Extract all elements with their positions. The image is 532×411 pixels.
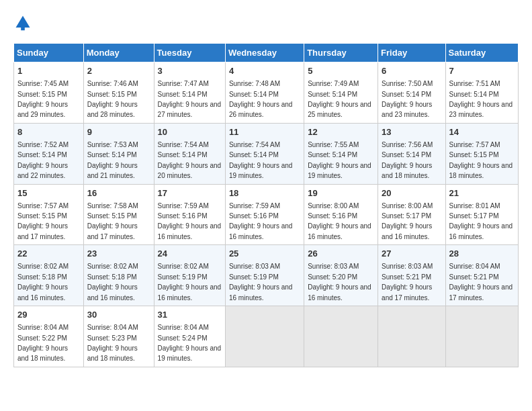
day-number: 30 <box>87 309 150 321</box>
day-info: Sunrise: 7:57 AMSunset: 5:15 PMDaylight:… <box>449 141 513 179</box>
calendar-cell: 29 Sunrise: 8:04 AMSunset: 5:22 PMDaylig… <box>14 306 84 367</box>
calendar-cell <box>225 306 304 367</box>
day-number: 17 <box>158 187 222 199</box>
day-number: 15 <box>17 187 80 199</box>
day-info: Sunrise: 8:02 AMSunset: 5:18 PMDaylight:… <box>17 263 69 301</box>
calendar-cell: 8 Sunrise: 7:52 AMSunset: 5:14 PMDayligh… <box>14 123 84 184</box>
day-info: Sunrise: 7:52 AMSunset: 5:14 PMDaylight:… <box>17 141 69 179</box>
day-number: 12 <box>308 126 374 138</box>
calendar-cell: 24 Sunrise: 8:02 AMSunset: 5:19 PMDaylig… <box>154 245 225 306</box>
day-number: 18 <box>229 187 300 199</box>
day-info: Sunrise: 7:59 AMSunset: 5:16 PMDaylight:… <box>229 202 293 240</box>
day-number: 4 <box>229 65 300 77</box>
calendar-cell: 10 Sunrise: 7:54 AMSunset: 5:14 PMDaylig… <box>154 123 225 184</box>
calendar-cell: 25 Sunrise: 8:03 AMSunset: 5:19 PMDaylig… <box>225 245 304 306</box>
day-info: Sunrise: 8:04 AMSunset: 5:21 PMDaylight:… <box>449 263 513 301</box>
day-number: 8 <box>17 126 80 138</box>
column-header-sunday: Sunday <box>14 44 84 62</box>
day-number: 10 <box>158 126 222 138</box>
calendar-cell: 9 Sunrise: 7:53 AMSunset: 5:14 PMDayligh… <box>83 123 154 184</box>
day-number: 1 <box>17 65 80 77</box>
day-number: 26 <box>308 248 374 260</box>
day-number: 27 <box>382 248 441 260</box>
day-number: 14 <box>449 126 515 138</box>
day-info: Sunrise: 7:47 AMSunset: 5:14 PMDaylight:… <box>158 80 222 118</box>
calendar-cell: 7 Sunrise: 7:51 AMSunset: 5:14 PMDayligh… <box>445 62 518 124</box>
calendar-cell: 28 Sunrise: 8:04 AMSunset: 5:21 PMDaylig… <box>445 245 518 306</box>
calendar-cell: 31 Sunrise: 8:04 AMSunset: 5:24 PMDaylig… <box>154 306 225 367</box>
day-number: 25 <box>229 248 300 260</box>
calendar-cell: 18 Sunrise: 7:59 AMSunset: 5:16 PMDaylig… <box>225 184 304 245</box>
day-info: Sunrise: 7:59 AMSunset: 5:16 PMDaylight:… <box>158 202 222 240</box>
column-header-saturday: Saturday <box>445 44 518 62</box>
day-number: 24 <box>158 248 222 260</box>
calendar-cell: 5 Sunrise: 7:49 AMSunset: 5:14 PMDayligh… <box>304 62 378 124</box>
calendar-cell: 27 Sunrise: 8:03 AMSunset: 5:21 PMDaylig… <box>378 245 445 306</box>
day-number: 6 <box>382 65 441 77</box>
day-info: Sunrise: 7:46 AMSunset: 5:15 PMDaylight:… <box>87 80 138 118</box>
header <box>13 13 519 32</box>
calendar-cell: 3 Sunrise: 7:47 AMSunset: 5:14 PMDayligh… <box>154 62 225 124</box>
day-info: Sunrise: 7:58 AMSunset: 5:15 PMDaylight:… <box>87 202 138 240</box>
day-number: 23 <box>87 248 150 260</box>
column-header-thursday: Thursday <box>304 44 378 62</box>
calendar-cell <box>378 306 445 367</box>
calendar-cell: 15 Sunrise: 7:57 AMSunset: 5:15 PMDaylig… <box>14 184 84 245</box>
calendar-cell: 26 Sunrise: 8:03 AMSunset: 5:20 PMDaylig… <box>304 245 378 306</box>
calendar-cell <box>304 306 378 367</box>
calendar-cell: 16 Sunrise: 7:58 AMSunset: 5:15 PMDaylig… <box>83 184 154 245</box>
calendar-cell: 19 Sunrise: 8:00 AMSunset: 5:16 PMDaylig… <box>304 184 378 245</box>
day-info: Sunrise: 7:45 AMSunset: 5:15 PMDaylight:… <box>17 80 69 118</box>
day-number: 7 <box>449 65 515 77</box>
day-info: Sunrise: 8:04 AMSunset: 5:23 PMDaylight:… <box>87 324 138 362</box>
day-info: Sunrise: 7:55 AMSunset: 5:14 PMDaylight:… <box>308 141 371 179</box>
calendar-cell: 30 Sunrise: 8:04 AMSunset: 5:23 PMDaylig… <box>83 306 154 367</box>
week-row-1: 1 Sunrise: 7:45 AMSunset: 5:15 PMDayligh… <box>14 62 519 124</box>
day-info: Sunrise: 7:53 AMSunset: 5:14 PMDaylight:… <box>87 141 138 179</box>
day-number: 21 <box>449 187 515 199</box>
calendar-cell: 1 Sunrise: 7:45 AMSunset: 5:15 PMDayligh… <box>14 62 84 124</box>
week-row-5: 29 Sunrise: 8:04 AMSunset: 5:22 PMDaylig… <box>14 306 519 367</box>
day-info: Sunrise: 8:03 AMSunset: 5:19 PMDaylight:… <box>229 263 293 301</box>
page-container: SundayMondayTuesdayWednesdayThursdayFrid… <box>13 13 519 367</box>
day-number: 3 <box>158 65 222 77</box>
calendar-cell: 17 Sunrise: 7:59 AMSunset: 5:16 PMDaylig… <box>154 184 225 245</box>
day-number: 20 <box>382 187 441 199</box>
day-number: 19 <box>308 187 374 199</box>
day-info: Sunrise: 8:01 AMSunset: 5:17 PMDaylight:… <box>449 202 513 240</box>
day-info: Sunrise: 8:00 AMSunset: 5:16 PMDaylight:… <box>308 202 371 240</box>
week-row-3: 15 Sunrise: 7:57 AMSunset: 5:15 PMDaylig… <box>14 184 519 245</box>
calendar-cell: 13 Sunrise: 7:56 AMSunset: 5:14 PMDaylig… <box>378 123 445 184</box>
day-info: Sunrise: 8:04 AMSunset: 5:24 PMDaylight:… <box>158 324 222 362</box>
calendar-cell: 6 Sunrise: 7:50 AMSunset: 5:14 PMDayligh… <box>378 62 445 124</box>
day-info: Sunrise: 8:03 AMSunset: 5:21 PMDaylight:… <box>382 263 433 301</box>
day-info: Sunrise: 7:56 AMSunset: 5:14 PMDaylight:… <box>382 141 433 179</box>
svg-marker-0 <box>16 16 30 28</box>
day-info: Sunrise: 8:04 AMSunset: 5:22 PMDaylight:… <box>17 324 69 362</box>
calendar-table: SundayMondayTuesdayWednesdayThursdayFrid… <box>13 43 519 367</box>
column-header-friday: Friday <box>378 44 445 62</box>
day-info: Sunrise: 7:51 AMSunset: 5:14 PMDaylight:… <box>449 80 513 118</box>
column-header-tuesday: Tuesday <box>154 44 225 62</box>
day-number: 5 <box>308 65 374 77</box>
calendar-cell: 11 Sunrise: 7:54 AMSunset: 5:14 PMDaylig… <box>225 123 304 184</box>
week-row-2: 8 Sunrise: 7:52 AMSunset: 5:14 PMDayligh… <box>14 123 519 184</box>
day-info: Sunrise: 8:02 AMSunset: 5:18 PMDaylight:… <box>87 263 138 301</box>
day-info: Sunrise: 7:48 AMSunset: 5:14 PMDaylight:… <box>229 80 293 118</box>
calendar-cell: 4 Sunrise: 7:48 AMSunset: 5:14 PMDayligh… <box>225 62 304 124</box>
column-header-wednesday: Wednesday <box>225 44 304 62</box>
day-info: Sunrise: 8:00 AMSunset: 5:17 PMDaylight:… <box>382 202 433 240</box>
day-info: Sunrise: 7:54 AMSunset: 5:14 PMDaylight:… <box>158 141 222 179</box>
calendar-cell: 12 Sunrise: 7:55 AMSunset: 5:14 PMDaylig… <box>304 123 378 184</box>
day-number: 11 <box>229 126 300 138</box>
calendar-cell: 21 Sunrise: 8:01 AMSunset: 5:17 PMDaylig… <box>445 184 518 245</box>
calendar-cell: 23 Sunrise: 8:02 AMSunset: 5:18 PMDaylig… <box>83 245 154 306</box>
logo-icon <box>13 13 32 32</box>
column-header-monday: Monday <box>83 44 154 62</box>
calendar-header-row: SundayMondayTuesdayWednesdayThursdayFrid… <box>14 44 519 62</box>
logo <box>13 13 35 32</box>
day-number: 22 <box>17 248 80 260</box>
calendar-cell: 2 Sunrise: 7:46 AMSunset: 5:15 PMDayligh… <box>83 62 154 124</box>
day-info: Sunrise: 7:57 AMSunset: 5:15 PMDaylight:… <box>17 202 69 240</box>
day-number: 29 <box>17 309 80 321</box>
